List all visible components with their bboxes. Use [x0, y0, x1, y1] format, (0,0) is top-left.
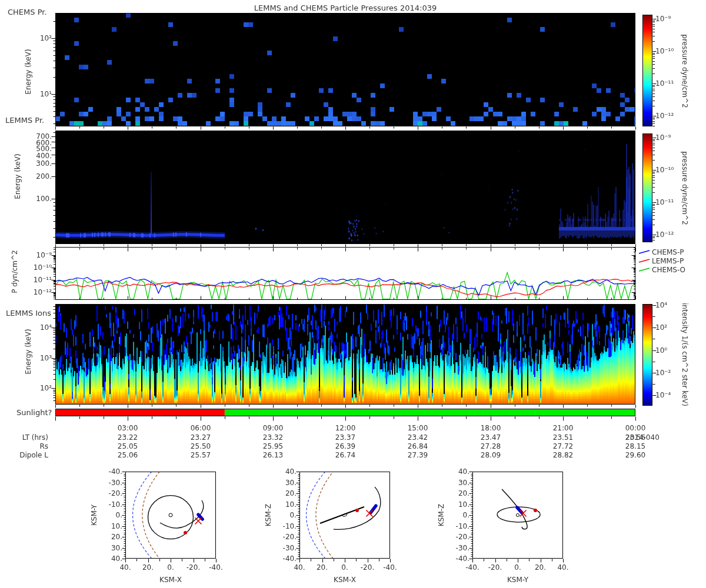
- time-tick-label: 09:00: [263, 425, 284, 432]
- panel-label-chems-pr: CHEMS Pr.: [8, 8, 47, 16]
- rs-value: 25.95: [263, 443, 283, 450]
- orbit-ytick-label: -40.: [109, 468, 122, 475]
- orbit-ytick-label: 40.: [111, 555, 122, 562]
- orbit-ytick-label: 30.: [285, 479, 297, 486]
- orbit-xtick-label: 20.: [535, 564, 546, 571]
- orbit-ytick-label: -30.: [456, 544, 469, 552]
- colorbar-pressure-label-middle: pressure dyne/cm^2: [681, 151, 688, 225]
- time-tick-label: 15:00: [408, 425, 428, 432]
- lemms-pr-y-axis-label: Energy (keV): [14, 153, 21, 199]
- row-label-rs: Rs: [39, 443, 48, 450]
- dipole-l-value: 25.06: [118, 452, 138, 459]
- orbit-ytick-label: 20.: [285, 490, 297, 497]
- row-label-dipole: Dipole L: [19, 452, 48, 459]
- lt-value: 23.27: [191, 434, 211, 441]
- orbit-plot-ksmx-ksmz: [299, 472, 390, 559]
- orbit-xtick-label: -40.: [465, 564, 479, 571]
- colorbar-tick-label: 10⁻⁹: [655, 134, 671, 141]
- orbit-xtick-label: -40.: [209, 564, 222, 571]
- orbit-yaxis-label: KSM-Y: [91, 505, 98, 526]
- legend-entry-chems-p: CHEMS-P: [652, 249, 684, 256]
- legend-entry-lemms-p: LEMMS-P: [652, 258, 684, 265]
- orbit-plot-ksmx-ksmy: [125, 472, 216, 559]
- pressure-ytick-label: 10⁻⁹: [36, 252, 52, 259]
- legend-entry-chems-o: CHEMS-O: [652, 266, 685, 273]
- colorbar-pressure-label-top: pressure dyne/cm^2: [681, 34, 688, 108]
- orbit-ytick-label: -30.: [109, 479, 122, 486]
- colorbar-tick-label: 10⁻¹⁰: [655, 166, 674, 173]
- lt-value: 23.47: [481, 434, 501, 441]
- lemms-pressure-spectrogram: [55, 131, 635, 244]
- orbit-ytick-label: 40.: [285, 468, 297, 475]
- pressure-ytick-label: 10⁻¹²: [34, 289, 52, 296]
- orbit-plot-ksmy-ksmz: [472, 472, 563, 559]
- orbit-yaxis-label: KSM-Z: [265, 504, 272, 526]
- time-tick-label: 00:00: [625, 425, 646, 432]
- orbit-xtick-label: -20.: [361, 564, 374, 571]
- orbit-ytick-label: 20.: [111, 533, 122, 540]
- orbit-ytick-label: -30.: [283, 544, 297, 552]
- orbit-ytick-label: 20.: [458, 490, 469, 497]
- chems-pr-y-axis-label: Energy (keV): [25, 49, 32, 94]
- dipole-l-value: 26.13: [263, 452, 283, 459]
- orbit-ytick-label: -40.: [283, 555, 297, 562]
- orbit-ytick-label: -10.: [283, 523, 297, 530]
- lemms-pr-ytick-label: 400.: [36, 152, 52, 159]
- dipole-l-value: 25.57: [191, 452, 211, 459]
- orbit-xaxis-label: KSM-X: [159, 576, 182, 583]
- chems-pr-ytick-label: 10²: [40, 35, 52, 42]
- orbit-ytick-label: 0.: [116, 512, 122, 519]
- dipole-l-value: 28.09: [481, 452, 501, 459]
- rs-value: 27.28: [481, 443, 501, 450]
- rs-value: 26.84: [408, 443, 428, 450]
- orbit-xtick-label: 40.: [294, 564, 305, 571]
- lemms-pr-ytick-label: 100.: [36, 195, 52, 202]
- pressure-y-axis-label: P dyn/cm^2: [11, 250, 18, 293]
- rs-value: 25.05: [118, 443, 138, 450]
- row-label-lt: LT (hrs): [22, 434, 48, 441]
- colorbar-tick-label: 10⁰: [655, 347, 667, 354]
- orbit-ytick-label: 30.: [458, 479, 469, 486]
- colorbar-intensity-label: intensity 1/(s cm^2 ster keV): [681, 303, 688, 406]
- orbit-ytick-label: 30.: [111, 544, 122, 552]
- colorbar-tick-label: 10⁻¹⁰: [655, 48, 674, 55]
- orbit-xtick-label: 0.: [341, 564, 348, 571]
- panel-label-lemms-ions: LEMMS Ions: [6, 309, 51, 317]
- orbit-xtick-label: 0.: [167, 564, 174, 571]
- colorbar-tick-label: 10⁻¹²: [655, 231, 674, 238]
- colorbar-tick-label: 10⁻¹²: [655, 112, 674, 119]
- rs-value: 27.72: [553, 443, 573, 450]
- colorbar-tick-label: 10⁻⁴: [655, 392, 671, 399]
- orbit-ytick-label: -20.: [456, 533, 469, 540]
- lt-value: 23.32: [263, 434, 283, 441]
- orbit-ytick-label: 0.: [463, 512, 469, 519]
- pressure-ytick-label: 10⁻¹¹: [34, 276, 52, 283]
- rs-value: 25.50: [191, 443, 211, 450]
- orbit-ytick-label: -20.: [283, 533, 297, 540]
- time-tick-label: 18:00: [481, 425, 501, 432]
- dipole-l-value: 27.39: [408, 452, 428, 459]
- lemms-pr-ytick-label: 300.: [36, 160, 52, 167]
- lemms-ions-ytick-label: 10²: [40, 385, 52, 392]
- orbit-ytick-label: -10.: [109, 501, 122, 508]
- orbit-ytick-label: 40.: [458, 468, 469, 475]
- colorbar-tick-label: 10⁻⁹: [655, 15, 671, 22]
- lemms-ions-ytick-label: 10³: [40, 355, 52, 362]
- lemms-ions-spectrogram: [55, 304, 635, 405]
- orbit-ytick-label: 0.: [290, 512, 297, 519]
- orbit-xaxis-label: KSM-Y: [507, 576, 528, 583]
- panel-label-sunlight: Sunlight?: [16, 409, 52, 416]
- colorbar-tick-label: 10⁻¹¹: [655, 199, 674, 206]
- lemms-ions-ytick-label: 10⁴: [40, 324, 52, 331]
- rs-value: 28.15: [625, 443, 645, 450]
- rs-value: 26.39: [335, 443, 355, 450]
- pressure-ytick-label: 10⁻¹⁰: [34, 264, 52, 271]
- orbit-ytick-label: 10.: [458, 501, 469, 508]
- time-tick-label: 21:00: [553, 425, 574, 432]
- colorbar-tick-label: 10⁴: [655, 302, 667, 309]
- lt-value: 23.51: [553, 434, 573, 441]
- orbit-ytick-label: 10.: [111, 523, 122, 530]
- dipole-l-value: 26.74: [335, 452, 355, 459]
- lemms-chems-particle-pressure-summary: LEMMS and CHEMS Particle Pressures 2014:…: [0, 0, 706, 588]
- lemms-pr-ytick-label: 200.: [36, 173, 52, 180]
